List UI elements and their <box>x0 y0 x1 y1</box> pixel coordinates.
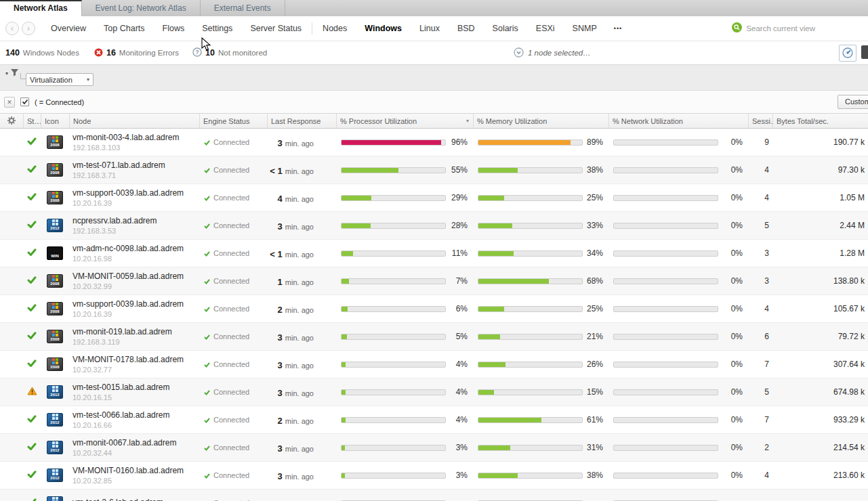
table-row[interactable]: 2012 vm-test-2-6.lab.ad.adrem Connected <box>0 489 868 501</box>
engine-status-cell: Connected <box>199 129 267 156</box>
table-row[interactable]: 2012 vm-test-0015.lab.ad.adrem 10.20.16.… <box>0 378 868 406</box>
table-row[interactable]: 2008 VM-MONIT-0059.lab.ad.adrem 10.20.32… <box>0 267 868 295</box>
row-os-icon-cell: 2008 <box>41 323 69 350</box>
os-icon: 2008 <box>47 191 63 204</box>
column-header-status[interactable]: St… <box>23 114 41 128</box>
node-cell[interactable]: vm-support-0039.lab.ad.adrem 10.20.16.39 <box>69 184 199 211</box>
nav-item-linux[interactable]: Linux <box>411 16 449 41</box>
table-row[interactable]: 2008 VM-MONIT-0178.lab.ad.adrem 10.20.32… <box>0 351 868 378</box>
nav-item-flows[interactable]: Flows <box>154 16 194 41</box>
monitoring-errors-summary[interactable]: 16 Monitoring Errors <box>94 48 179 58</box>
column-header-memory[interactable]: % Memory Utilization <box>473 114 608 128</box>
nav-item-bsd[interactable]: BSD <box>449 16 484 41</box>
node-cell[interactable]: vm-test-2-6.lab.ad.adrem <box>69 489 199 501</box>
row-gutter <box>0 406 23 433</box>
not-monitored-summary[interactable]: ? 10 Not monitored <box>192 47 267 58</box>
nav-item-settings[interactable]: Settings <box>193 16 241 41</box>
network-utilization-cell: 0% <box>608 378 748 406</box>
node-cell[interactable]: ncpressrv.lab.ad.adrem 192.168.3.53 <box>69 212 199 239</box>
node-cell[interactable]: vm-adm-nc-0098.lab.ad.adrem 10.20.16.98 <box>69 240 199 267</box>
remove-filter-button[interactable]: ✕ <box>4 97 15 108</box>
table-row[interactable]: 2012 vm-monit-0067.lab.ad.adrem 10.20.32… <box>0 434 868 462</box>
node-cell[interactable]: VM-MONIT-0160.lab.ad.adrem 10.20.32.85 <box>69 462 199 489</box>
selection-indicator[interactable]: 1 node selected… <box>514 41 591 64</box>
processor-utilization-cell: 28% <box>336 212 473 239</box>
bytes-value: 2.44 M <box>772 212 868 239</box>
processor-percent: 4% <box>456 415 473 424</box>
windows-logo-icon <box>52 164 58 170</box>
node-cell[interactable]: vm-monit-0067.lab.ad.adrem 10.20.32.44 <box>69 434 199 461</box>
nav-item-server-status[interactable]: Server Status <box>241 16 310 41</box>
node-cell[interactable]: vm-monit-019.lab.ad.adrem 192.168.3.119 <box>69 323 199 350</box>
node-cell[interactable]: vm-test-0015.lab.ad.adrem 10.20.16.15 <box>69 378 199 406</box>
table-row[interactable]: 2008 vm-monit-019.lab.ad.adrem 192.168.3… <box>0 323 868 351</box>
table-row[interactable]: 2008 vm-test-071.lab.ad.adrem 192.168.3.… <box>0 156 868 184</box>
nav-item-esxi[interactable]: ESXi <box>527 16 564 41</box>
nav-item-windows[interactable]: Windows <box>356 16 411 41</box>
table-row[interactable]: WIN vm-adm-nc-0098.lab.ad.adrem 10.20.16… <box>0 240 868 267</box>
not-monitored-count: 10 <box>205 48 215 58</box>
connected-filter-checkbox[interactable] <box>20 97 29 106</box>
forward-button[interactable]: › <box>22 22 35 35</box>
table-row[interactable]: 2008 vm-support-0039.lab.ad.adrem 10.20.… <box>0 295 868 323</box>
search-box[interactable]: Search current view <box>732 22 815 35</box>
column-menu-arrow-icon[interactable]: ▾ <box>466 118 469 124</box>
column-header-sessions[interactable]: Sessi… <box>748 114 772 128</box>
last-response-number: 2 <box>278 305 283 315</box>
row-status <box>23 240 41 267</box>
column-header-node[interactable]: Node <box>69 114 199 128</box>
nav-item-overview[interactable]: Overview <box>42 16 95 41</box>
table-settings-gear[interactable] <box>0 114 23 128</box>
column-header-network[interactable]: % Network Utilization <box>608 114 748 128</box>
windows-logo-icon <box>52 414 58 420</box>
column-header-last-response[interactable]: Last Response <box>267 114 336 128</box>
column-header-bytes[interactable]: Bytes Total/sec. <box>772 114 868 128</box>
customize-button[interactable]: Customize <box>838 95 868 109</box>
node-name: ncpressrv.lab.ad.adrem <box>73 216 157 225</box>
table-row[interactable]: 2008 vm-monit-003-4.lab.ad.adrem 192.168… <box>0 129 868 156</box>
help-icon: ? <box>192 47 202 58</box>
column-header-processor-label: % Processor Utilization <box>340 117 417 125</box>
panel-toggle-button[interactable] <box>861 45 868 59</box>
dashboard-gauge-button[interactable] <box>839 45 856 62</box>
tab-external-events[interactable]: External Events <box>201 0 285 16</box>
nav-item-top-charts[interactable]: Top Charts <box>95 16 153 41</box>
row-os-icon-cell: 2012 <box>41 378 69 406</box>
connected-check-icon <box>204 219 210 232</box>
node-cell[interactable]: vm-test-071.lab.ad.adrem 192.168.3.71 <box>69 156 199 183</box>
network-utilization-cell: 0% <box>608 156 748 183</box>
back-button[interactable]: ‹ <box>5 22 19 35</box>
node-cell[interactable]: VM-MONIT-0178.lab.ad.adrem 10.20.32.77 <box>69 351 199 378</box>
table-row[interactable]: 2008 vm-support-0039.lab.ad.adrem 10.20.… <box>0 184 868 212</box>
network-percent: 0% <box>731 304 748 313</box>
node-cell[interactable]: vm-test-0066.lab.ad.adrem 10.20.16.66 <box>69 406 199 433</box>
processor-bar-fill <box>342 307 348 311</box>
column-header-icon[interactable]: Icon <box>41 114 69 128</box>
nav-item-nodes[interactable]: Nodes <box>314 16 356 41</box>
os-icon: 2008 <box>47 135 63 149</box>
nav-item-solaris[interactable]: Solaris <box>484 16 527 41</box>
tab-network-atlas[interactable]: Network Atlas <box>0 0 82 16</box>
nav-item-snmp[interactable]: SNMP <box>564 16 606 41</box>
node-cell[interactable]: vm-monit-003-4.lab.ad.adrem 192.168.3.10… <box>69 129 199 156</box>
memory-bar-fill <box>478 390 494 395</box>
table-row[interactable]: 2012 vm-test-0066.lab.ad.adrem 10.20.16.… <box>0 406 868 434</box>
column-header-engine-status[interactable]: Engine Status <box>199 114 267 128</box>
windows-nodes-summary[interactable]: 140 Windows Nodes <box>5 48 79 58</box>
filter-tools[interactable]: ▾ <box>5 67 19 79</box>
windows-logo-icon <box>52 275 58 281</box>
windows-logo-icon <box>52 219 58 225</box>
network-percent: 0% <box>731 137 748 147</box>
last-response-cell: 3 min. ago <box>267 323 336 350</box>
node-cell[interactable]: vm-support-0039.lab.ad.adrem 10.20.16.39 <box>69 295 199 322</box>
view-filter-dropdown[interactable]: Virtualization ▾ <box>26 73 94 86</box>
row-os-icon-cell: 2012 <box>41 212 69 239</box>
table-row[interactable]: 2012 VM-MONIT-0160.lab.ad.adrem 10.20.32… <box>0 462 868 489</box>
more-views-button[interactable]: ••• <box>606 25 630 32</box>
node-cell[interactable]: VM-MONIT-0059.lab.ad.adrem 10.20.32.99 <box>69 267 199 295</box>
column-header-processor[interactable]: % Processor Utilization ▾ <box>336 114 473 128</box>
tab-event-log[interactable]: Event Log: Network Atlas <box>82 0 201 16</box>
network-utilization-cell: 0% <box>608 351 748 378</box>
bytes-value: 1.05 M <box>772 184 868 211</box>
table-row[interactable]: 2012 ncpressrv.lab.ad.adrem 192.168.3.53… <box>0 212 868 240</box>
